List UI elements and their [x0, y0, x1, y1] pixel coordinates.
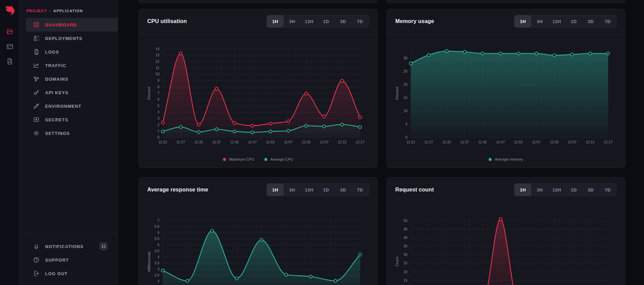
range-button-1h[interactable]: 1H [514, 15, 531, 27]
range-button-3d[interactable]: 3D [335, 184, 352, 196]
svg-text:25: 25 [403, 261, 408, 265]
domains-icon [33, 76, 40, 82]
svg-text:11:22: 11:22 [158, 140, 167, 144]
range-button-7d[interactable]: 7D [599, 184, 616, 196]
range-button-3h[interactable]: 3H [531, 184, 548, 196]
svg-text:10: 10 [403, 109, 408, 113]
sidebar-item-domains[interactable]: DOMAINS [26, 72, 118, 86]
sidebar-item-settings[interactable]: SETTINGS [26, 126, 118, 140]
breadcrumb-application[interactable]: APPLICATION [53, 9, 83, 13]
range-button-1h[interactable]: 1H [514, 184, 531, 196]
nestjs-logo [4, 4, 16, 17]
legend-entry[interactable]: Maximum CPU [223, 157, 254, 161]
card-title: Request count [395, 187, 434, 193]
svg-text:5.5: 5.5 [154, 237, 159, 241]
sidebar-item-label: DOMAINS [45, 77, 68, 82]
sidebar-item-label: SUPPORT [45, 258, 69, 263]
svg-text:15: 15 [403, 96, 408, 100]
svg-text:13: 13 [155, 53, 159, 57]
range-button-1d[interactable]: 1D [318, 15, 335, 27]
chart-legend: Maximum CPUAverage CPU [139, 157, 377, 161]
svg-text:11: 11 [156, 66, 159, 70]
svg-text:20: 20 [403, 270, 408, 274]
file-code-icon[interactable] [6, 58, 14, 65]
range-button-3d[interactable]: 3D [582, 184, 599, 196]
svg-text:11:32: 11:32 [194, 140, 203, 144]
sidebar-nav: DASHBOARDDEPLOYMENTSLOGSTRAFFICDOMAINSAP… [20, 18, 118, 140]
range-button-12h[interactable]: 12H [548, 184, 565, 196]
svg-text:30: 30 [403, 56, 408, 60]
range-button-3h[interactable]: 3H [284, 15, 301, 27]
svg-text:12: 12 [155, 60, 159, 63]
range-button-3h[interactable]: 3H [284, 184, 301, 196]
range-button-1h[interactable]: 1H [267, 184, 284, 196]
sidebar-item-secrets[interactable]: SECRETS [26, 113, 118, 126]
range-button-7d[interactable]: 7D [599, 15, 616, 27]
sidebar-footer: NOTIFICATIONS11SUPPORTLOG OUT [20, 240, 118, 280]
sidebar-item-log-out[interactable]: LOG OUT [26, 267, 118, 280]
svg-text:25: 25 [403, 69, 408, 73]
svg-text:12:17: 12:17 [604, 140, 612, 144]
card-cpu-utilisation: CPU utilisation 1H3H12H1D3D7D 0123456789… [138, 9, 378, 168]
svg-text:15: 15 [403, 279, 408, 282]
svg-text:7: 7 [157, 219, 159, 222]
legend-dot-icon [223, 158, 226, 161]
card-average-response-time: Average response time 1H3H12H1D3D7D 00.5… [138, 177, 378, 285]
help-icon [33, 257, 40, 263]
time-range-group: 1H3H12H1D3D7D [514, 15, 617, 28]
svg-text:2: 2 [157, 123, 159, 127]
range-button-1d[interactable]: 1D [565, 15, 582, 27]
svg-text:Percent: Percent [395, 87, 399, 100]
traffic-icon [33, 62, 40, 69]
sidebar-item-logs[interactable]: LOGS [26, 45, 118, 59]
range-button-12h[interactable]: 12H [301, 184, 318, 196]
sidebar-item-support[interactable]: SUPPORT [26, 253, 118, 267]
sidebar-item-deployments[interactable]: DEPLOYMENTS [26, 32, 118, 45]
svg-text:40: 40 [403, 236, 408, 240]
svg-text:50: 50 [403, 219, 408, 223]
legend-entry[interactable]: Average CPU [264, 157, 293, 161]
legend-dot-icon [264, 158, 267, 161]
breadcrumb-project[interactable]: PROJECT [26, 9, 47, 13]
svg-text:3: 3 [157, 117, 159, 120]
svg-text:6: 6 [157, 231, 159, 235]
svg-text:5: 5 [157, 104, 159, 108]
range-button-3h[interactable]: 3H [531, 15, 548, 27]
range-button-12h[interactable]: 12H [548, 15, 565, 27]
svg-text:5: 5 [405, 122, 408, 126]
range-button-12h[interactable]: 12H [301, 15, 318, 27]
svg-text:14: 14 [155, 47, 159, 51]
card-title: Average response time [147, 187, 208, 193]
range-button-3d[interactable]: 3D [335, 15, 352, 27]
range-button-1d[interactable]: 1D [318, 184, 335, 196]
folder-icon[interactable] [6, 28, 14, 35]
range-button-1d[interactable]: 1D [565, 184, 582, 196]
sidebar-item-traffic[interactable]: TRAFFIC [26, 59, 118, 72]
sidebar-item-notifications[interactable]: NOTIFICATIONS11 [26, 240, 118, 253]
svg-text:12:12: 12:12 [586, 140, 594, 144]
card-memory-usage: Memory usage 1H3H12H1D3D7D 051015202530P… [386, 9, 625, 168]
pencil-icon [33, 103, 40, 109]
credit-card-icon[interactable] [6, 43, 14, 50]
svg-text:12:02: 12:02 [550, 140, 558, 144]
svg-text:3: 3 [157, 267, 159, 271]
svg-text:11:52: 11:52 [514, 140, 523, 144]
range-button-7d[interactable]: 7D [352, 184, 368, 196]
range-button-1h[interactable]: 1H [267, 15, 284, 27]
svg-text:Milliseconds: Milliseconds [147, 251, 151, 272]
range-button-7d[interactable]: 7D [352, 15, 368, 27]
sidebar-item-environment[interactable]: ENVIRONMENT [26, 99, 118, 113]
svg-text:11:32: 11:32 [442, 140, 451, 144]
range-button-3d[interactable]: 3D [582, 15, 599, 27]
sidebar-item-label: API KEYS [45, 90, 69, 95]
sidebar-item-dashboard[interactable]: DASHBOARD [26, 18, 118, 32]
icon-rail [0, 0, 20, 285]
sidebar-item-label: DASHBOARD [45, 22, 77, 27]
sidebar-item-api-keys[interactable]: API KEYS [26, 86, 118, 99]
svg-text:12:07: 12:07 [568, 140, 576, 144]
card-title: Memory usage [395, 18, 434, 24]
svg-text:11:57: 11:57 [532, 140, 541, 144]
notification-count-badge: 11 [99, 242, 108, 250]
legend-entry[interactable]: Average memory [489, 157, 523, 161]
svg-text:12:07: 12:07 [320, 140, 328, 144]
